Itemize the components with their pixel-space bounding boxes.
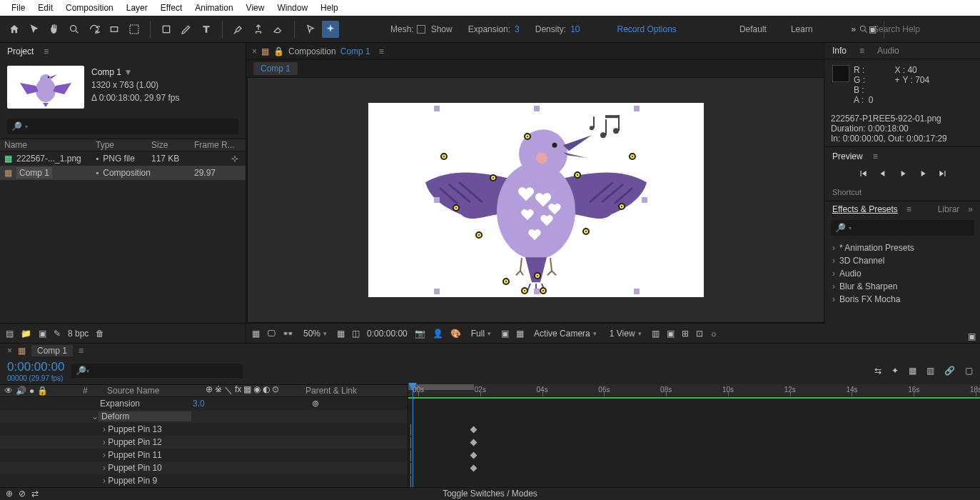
orbit-tool-icon[interactable] (86, 21, 103, 38)
tab-libraries[interactable]: Librar (938, 204, 960, 214)
col-num[interactable]: # (79, 386, 103, 396)
pixel-icon[interactable]: ⊞ (682, 329, 689, 339)
rotate-tool-icon[interactable] (106, 21, 123, 38)
rect-tool-icon[interactable] (158, 21, 175, 38)
comp-thumbnail[interactable] (7, 66, 84, 109)
canvas[interactable] (368, 103, 704, 297)
close-tab-icon[interactable]: × (7, 346, 12, 356)
menu-file[interactable]: File (6, 1, 31, 14)
col-source[interactable]: Source Name (103, 386, 201, 396)
col-parent[interactable]: Parent & Link (301, 386, 361, 396)
mesh-checkbox[interactable] (417, 25, 425, 34)
timeline-tab[interactable]: Comp 1 (31, 345, 73, 356)
monitor-icon[interactable]: 🖵 (267, 329, 276, 339)
timeline-search[interactable]: 🔎▾ (71, 364, 243, 378)
play-icon[interactable] (898, 169, 908, 181)
project-search[interactable]: 🔎▾ (7, 119, 238, 134)
panel-menu-icon[interactable]: ≡ (873, 151, 878, 161)
col-fr[interactable]: Frame R... (190, 140, 239, 150)
timeline-row-pin[interactable]: › Puppet Pin 13 (0, 423, 408, 436)
col-type[interactable]: Type (91, 140, 147, 150)
show-snap-icon[interactable]: 👤 (433, 329, 443, 339)
col-name[interactable]: Name (0, 140, 91, 150)
view-dropdown[interactable]: 1 View▾ (607, 329, 645, 339)
close-tab-icon[interactable]: × (252, 46, 257, 56)
menu-animation[interactable]: Animation (189, 1, 238, 14)
dropdown-icon[interactable]: ▼ (123, 67, 132, 77)
camera-dropdown[interactable]: Active Camera▾ (531, 329, 600, 339)
pen-tool-icon[interactable] (178, 21, 195, 38)
list-item[interactable]: ›Audio (827, 267, 979, 280)
timeline-row-pin[interactable]: › Puppet Pin 9 (0, 474, 408, 487)
flowchart-icon[interactable]: ⊹ (231, 154, 238, 164)
tl-icon[interactable]: ▦ (909, 366, 916, 376)
overflow-icon[interactable]: » (852, 24, 857, 34)
menu-layer[interactable]: Layer (121, 1, 153, 14)
bpc-label[interactable]: 8 bpc (68, 329, 89, 339)
timeline-tracks[interactable]: 00s02s04s06s08s10s12s14s16s18s (408, 384, 980, 487)
flowchart-icon[interactable]: ☼ (710, 329, 718, 339)
menu-window[interactable]: Window (271, 1, 313, 14)
menu-help[interactable]: Help (315, 1, 344, 14)
3d-icon[interactable]: ▦ (516, 329, 524, 339)
brush-tool-icon[interactable] (230, 21, 247, 38)
spiral-icon[interactable]: ⊚ (312, 399, 319, 409)
list-item[interactable]: ›3D Channel (827, 254, 979, 267)
list-item[interactable]: ›* Animation Presets (827, 241, 979, 254)
col-size[interactable]: Size (147, 140, 190, 150)
selection-tool-icon[interactable] (26, 21, 43, 38)
prev-frame-icon[interactable] (878, 169, 888, 181)
menu-composition[interactable]: Composition (60, 1, 119, 14)
table-row[interactable]: ▦222567-..._1.png ▪PNG file 117 KB ⊹ (0, 151, 246, 166)
roto-tool-icon[interactable] (302, 21, 319, 38)
search-help[interactable] (859, 24, 973, 34)
tl-icon[interactable]: ▥ (926, 366, 934, 376)
transparency-icon[interactable]: ▣ (501, 329, 509, 339)
tl-toggle-icon[interactable]: ⊕ (6, 489, 13, 499)
density-value[interactable]: 10 (570, 24, 580, 34)
search-input[interactable] (873, 24, 973, 34)
first-frame-icon[interactable] (858, 169, 868, 181)
tl-icon[interactable]: 🔗 (944, 366, 955, 376)
viewport[interactable] (247, 77, 824, 323)
playhead[interactable] (413, 384, 413, 487)
resolution-dropdown[interactable]: Full▾ (468, 329, 494, 339)
breadcrumb-comp[interactable]: Comp 1 (253, 62, 298, 75)
snapshot-icon[interactable]: 📷 (415, 329, 425, 339)
table-row[interactable]: ▦Comp 1 ▪Composition 29.97 (0, 166, 246, 180)
trash-icon[interactable]: 🗑 (96, 329, 104, 339)
expansion-value[interactable]: 3 (515, 24, 520, 34)
timeline-row-pin[interactable]: › Puppet Pin 12 (0, 436, 408, 449)
tl-icon[interactable]: ✦ (891, 366, 899, 376)
time-ruler[interactable]: 00s02s04s06s08s10s12s14s16s18s (408, 384, 980, 397)
grid-icon[interactable]: ▦ (337, 329, 345, 339)
tab-info[interactable]: Info (832, 46, 847, 56)
panel-menu-icon[interactable]: ≡ (906, 204, 911, 214)
timeline-row-pin[interactable]: › Puppet Pin 10 (0, 461, 408, 474)
col-switches[interactable]: ⊕※＼fx▦◉◐⊙ (201, 384, 301, 396)
new-bin-icon[interactable]: ▣ (968, 331, 976, 341)
tl-icon[interactable]: ▢ (965, 366, 973, 376)
tl-icon[interactable]: ⇆ (874, 366, 882, 376)
clone-tool-icon[interactable] (250, 21, 267, 38)
list-item[interactable]: ›Blur & Sharpen (827, 280, 979, 293)
zoom-dropdown[interactable]: 50%▾ (300, 329, 330, 339)
timeline-row-pin[interactable]: › Puppet Pin 11 (0, 449, 408, 461)
home-icon[interactable] (6, 21, 23, 38)
record-options-link[interactable]: Record Options (617, 24, 677, 34)
effects-search[interactable]: 🔎▾ (831, 220, 974, 236)
tl-toggle-icon[interactable]: ⊘ (19, 489, 26, 499)
panel-menu-icon[interactable]: ≡ (859, 46, 864, 56)
eraser-tool-icon[interactable] (270, 21, 287, 38)
panel-menu-icon[interactable]: ≡ (79, 346, 84, 356)
camera-tool-icon[interactable] (126, 21, 143, 38)
current-time[interactable]: 0:00:00:00 (7, 360, 64, 374)
timeline-row-expansion[interactable]: Expansion 3.0 ⊚ (0, 397, 408, 410)
list-item[interactable]: ›Boris FX Mocha (827, 293, 979, 306)
comp-new-icon[interactable]: ▣ (39, 329, 46, 339)
roi-icon[interactable]: ◫ (352, 329, 360, 339)
overflow-icon[interactable]: » (968, 204, 973, 214)
time-display[interactable]: 0:00:00:00 (367, 329, 408, 339)
timeline-row-deform[interactable]: ⌄ Deform (0, 410, 408, 423)
timeline-icon[interactable]: ⊡ (696, 329, 703, 339)
